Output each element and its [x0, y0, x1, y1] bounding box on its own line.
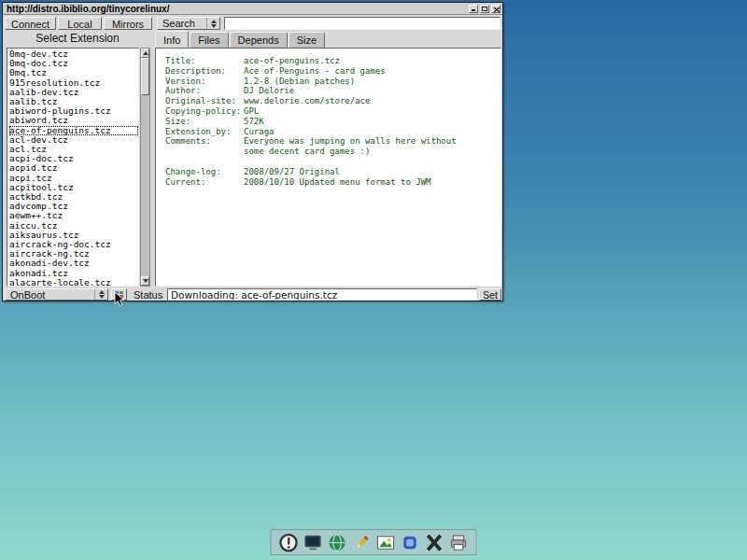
info-label: Description: — [165, 66, 244, 77]
updown-arrows-icon — [94, 289, 107, 300]
titlebar[interactable]: http://distro.ibiblio.org/tinycorelinux/ — [3, 3, 502, 15]
info-value: Ace of Penguins - card games — [244, 66, 386, 77]
info-label — [165, 157, 244, 167]
info-label: Copying-policy: — [165, 106, 244, 117]
status-label: Status — [134, 289, 162, 301]
info-label — [165, 147, 244, 157]
info-line: Title: ace-of-penguins.tcz — [165, 56, 497, 66]
info-line: Description: Ace of Penguins - card game… — [165, 66, 497, 77]
info-line: Comments: Everyone was jumping on walls … — [165, 136, 497, 147]
info-value: Curaga — [244, 127, 275, 137]
onboot-dropdown[interactable]: OnBoot — [5, 288, 108, 301]
appbrowser-window: http://distro.ibiblio.org/tinycorelinux/… — [2, 2, 503, 301]
search-mode-dropdown[interactable]: Search — [157, 17, 220, 30]
info-line: Author: DJ Delorie — [165, 86, 497, 96]
info-value: 2008/09/27 Original — [244, 167, 340, 177]
close-button[interactable] — [491, 5, 500, 13]
wallpaper-icon[interactable] — [375, 532, 397, 553]
info-value: 572K — [244, 117, 264, 127]
maximize-icon — [482, 7, 487, 11]
info-line: some decent card games :) — [165, 147, 497, 157]
search-input[interactable] — [224, 17, 500, 30]
search-mode-value: Search — [162, 18, 195, 29]
info-label: Author: — [165, 86, 244, 96]
info-line: Original-site: www.delorie.com/store/ace — [165, 96, 497, 106]
info-label: Title: — [165, 56, 244, 66]
scrollbar-thumb[interactable] — [141, 58, 149, 95]
grid-icon — [115, 291, 123, 298]
tab-bar: Info Files Depends Size — [155, 32, 326, 48]
desktop: http://distro.ibiblio.org/tinycorelinux/… — [0, 0, 747, 560]
apps-icon[interactable] — [278, 532, 300, 553]
minimize-button[interactable] — [469, 5, 478, 13]
xorg-icon[interactable] — [424, 532, 445, 553]
info-line — [165, 157, 497, 167]
tab[interactable]: Size — [289, 32, 325, 48]
info-label: Change-log: — [165, 167, 244, 177]
info-value: DJ Delorie — [244, 86, 294, 96]
tab[interactable]: Depends — [230, 32, 288, 48]
info-label: Current: — [165, 177, 244, 188]
updown-arrows-icon — [206, 18, 219, 29]
tab-label: Depends — [238, 35, 279, 46]
control-panel-icon[interactable] — [327, 532, 348, 553]
tab[interactable]: Info — [155, 31, 189, 48]
exit-icon[interactable] — [448, 532, 470, 553]
info-value: 1.2-8 (Debian patches) — [244, 77, 355, 87]
terminal-icon[interactable] — [303, 532, 324, 553]
info-label: Size: — [165, 117, 244, 127]
window-buttons — [469, 5, 500, 13]
apply-action-button[interactable] — [111, 288, 127, 301]
close-icon — [493, 7, 500, 13]
info-line: Current: 2008/10/10 Updated menu format … — [165, 177, 497, 188]
local-button[interactable]: Local — [58, 17, 102, 30]
info-label: Original-site: — [165, 96, 244, 106]
info-value: ace-of-penguins.tcz — [244, 56, 340, 66]
maximize-button[interactable] — [480, 5, 489, 13]
info-value: GPL — [244, 106, 259, 117]
info-line: Change-log: 2008/09/27 Original — [165, 167, 497, 177]
mirrors-button[interactable]: Mirrors — [104, 17, 152, 30]
info-value: Everyone was jumping on walls here witho… — [244, 136, 457, 147]
info-line: Version: 1.2-8 (Debian patches) — [165, 77, 497, 87]
set-button[interactable]: Set — [479, 288, 501, 301]
info-line: Size: 572K — [165, 117, 497, 127]
info-label: Extension_by: — [165, 127, 244, 137]
list-scrollbar[interactable] — [140, 48, 150, 287]
scroll-down-icon[interactable] — [141, 276, 149, 286]
info-label: Version: — [165, 77, 244, 87]
info-label: Comments: — [165, 136, 244, 147]
dock — [271, 529, 477, 555]
info-value: some decent card games :) — [244, 147, 370, 157]
list-item[interactable]: alacarte-locale.tcz — [9, 278, 138, 287]
connect-button[interactable]: Connect — [5, 17, 56, 30]
select-extension-label: Select Extension — [3, 32, 152, 45]
tab-label: Files — [198, 35, 219, 46]
window-title: http://distro.ibiblio.org/tinycorelinux/ — [7, 4, 469, 14]
tab-label: Info — [163, 35, 180, 46]
info-value: www.delorie.com/store/ace — [244, 96, 370, 106]
status-field[interactable] — [167, 288, 477, 301]
extension-list: 0mq-dev.tcz 0mq-doc.tcz 0mq.tcz 915resol… — [7, 48, 139, 287]
tab-label: Size — [297, 35, 317, 46]
info-line: Copying-policy: GPL — [165, 106, 497, 117]
editor-icon[interactable] — [351, 532, 373, 553]
info-value: 2008/10/10 Updated menu format to JWM — [244, 177, 430, 188]
onboot-value: OnBoot — [10, 289, 45, 301]
minimize-icon — [472, 9, 475, 11]
info-panel: Title: ace-of-penguins.tcz Description: … — [155, 48, 501, 287]
tab[interactable]: Files — [190, 32, 228, 48]
info-line: Extension_by: Curaga — [165, 127, 497, 137]
scroll-up-icon[interactable] — [141, 49, 149, 58]
mount-tool-icon[interactable] — [400, 532, 421, 553]
